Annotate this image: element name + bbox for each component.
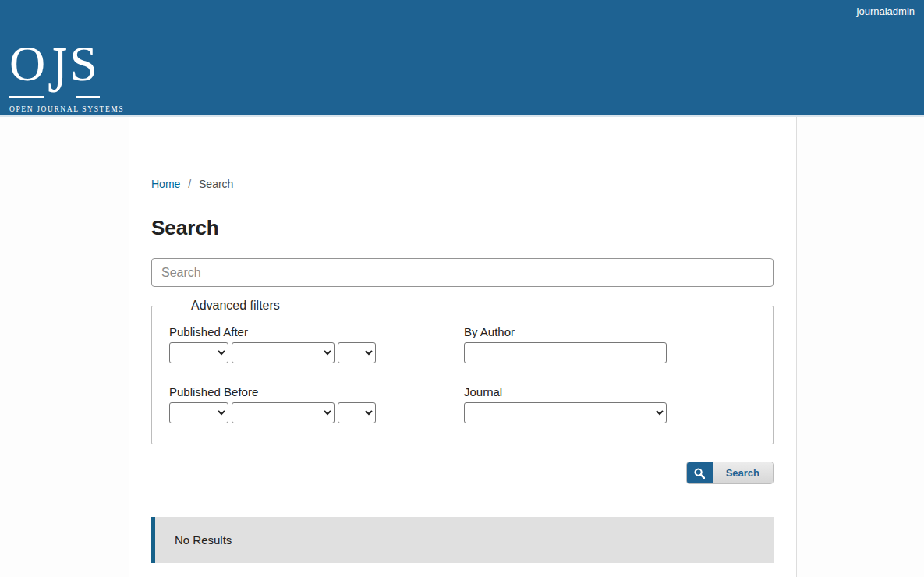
published-before-year-select[interactable]: [169, 402, 228, 423]
by-author-input[interactable]: [464, 342, 667, 363]
logo-letter-j: J: [48, 44, 67, 97]
search-button-label: Search: [713, 462, 773, 483]
published-before-label: Published Before: [169, 385, 464, 398]
advanced-filters-legend: Advanced filters: [182, 299, 289, 313]
search-input[interactable]: [151, 258, 774, 287]
by-author-label: By Author: [464, 325, 756, 338]
published-after-group: Published After: [169, 325, 464, 363]
logo-letter-s: S: [69, 44, 97, 84]
breadcrumb-separator: /: [188, 178, 191, 190]
journal-label: Journal: [464, 385, 756, 398]
published-after-month-select[interactable]: [232, 342, 335, 363]
advanced-filters-fieldset: Advanced filters Published After By Auth…: [151, 299, 774, 444]
breadcrumb-home-link[interactable]: Home: [151, 178, 180, 190]
ojs-logo[interactable]: O J S OPEN JOURNAL SYSTEMS: [9, 44, 103, 113]
journal-select[interactable]: [464, 402, 667, 423]
magnifier-icon: [687, 462, 713, 483]
search-submit-button[interactable]: Search: [686, 462, 774, 484]
no-results-notice: No Results: [151, 517, 774, 563]
published-after-day-select[interactable]: [338, 342, 376, 363]
page-title: Search: [151, 216, 774, 240]
breadcrumb-current: Search: [199, 178, 233, 190]
published-before-group: Published Before: [169, 385, 464, 423]
published-before-month-select[interactable]: [232, 402, 335, 423]
main-content: Home / Search Search Advanced filters Pu…: [129, 117, 797, 577]
ojs-logo-letters: O J S: [9, 44, 103, 101]
logged-in-username[interactable]: journaladmin: [857, 5, 915, 17]
site-header: journaladmin O J S OPEN JOURNAL SYSTEMS: [0, 0, 924, 117]
button-row: Search: [151, 462, 774, 484]
published-after-year-select[interactable]: [169, 342, 228, 363]
breadcrumb: Home / Search: [151, 117, 774, 190]
published-before-day-select[interactable]: [338, 402, 376, 423]
logo-letter-o: O: [9, 44, 45, 84]
by-author-group: By Author: [464, 325, 756, 363]
published-after-label: Published After: [169, 325, 464, 338]
journal-group: Journal: [464, 385, 756, 423]
